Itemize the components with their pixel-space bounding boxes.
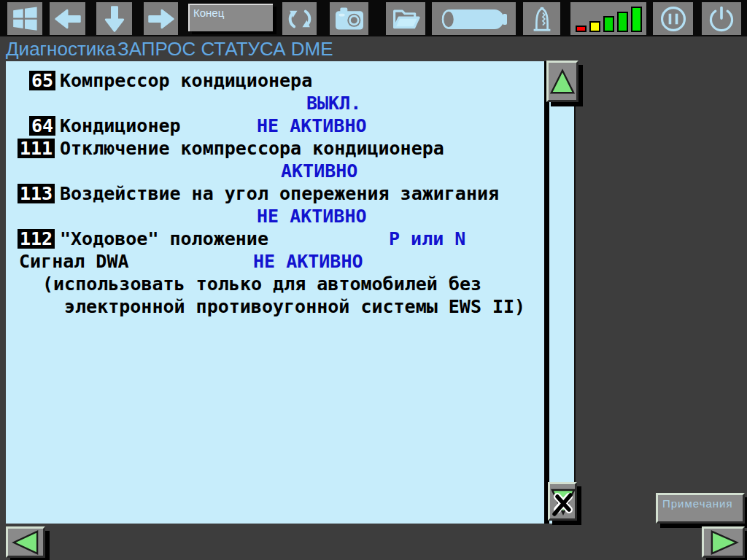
status-label: Отключение компрессора кондиционера <box>60 139 444 158</box>
status-line: 112"Ходовое" положениеР или N <box>6 229 544 249</box>
status-line: НЕ АКТИВНО <box>6 206 544 227</box>
page-back-button[interactable] <box>6 526 45 558</box>
arrow-left-icon <box>53 4 82 34</box>
fault-code-badge: 113 <box>18 184 55 203</box>
end-button[interactable]: Конец <box>188 4 273 31</box>
filter-button[interactable] <box>523 2 560 35</box>
triangle-left-icon <box>9 529 42 556</box>
status-value: НЕ АКТИВНО <box>257 116 367 136</box>
scrollbar-track[interactable] <box>549 61 576 524</box>
windows-logo-icon <box>11 5 39 33</box>
notes-button-label: Примечания <box>658 495 738 512</box>
folder-button[interactable] <box>386 2 425 35</box>
status-label: "Ходовое" положение <box>60 229 268 249</box>
back-button[interactable] <box>50 2 85 35</box>
start-button[interactable] <box>7 2 42 35</box>
status-label: Компрессор кондиционера <box>60 71 312 90</box>
cylinder-icon <box>436 4 512 34</box>
camera-icon <box>333 5 365 33</box>
down-button[interactable] <box>96 2 132 35</box>
status-value: Р или N <box>389 229 465 249</box>
close-x-icon <box>550 486 576 517</box>
panel-divider <box>544 61 549 524</box>
signal-bars-icon <box>576 6 642 32</box>
status-line: АКТИВНО <box>6 161 544 182</box>
fault-code-badge: 112 <box>18 229 55 249</box>
signal-bar <box>589 21 600 32</box>
status-value: НЕ АКТИВНО <box>253 252 363 271</box>
fault-code-badge: 111 <box>18 139 55 158</box>
status-label: Воздействие на угол опережения зажигания <box>60 184 499 203</box>
status-label: Сигнал DWA <box>19 252 129 271</box>
signal-quality-button[interactable] <box>570 2 646 35</box>
scroll-down-button[interactable] <box>548 482 577 521</box>
status-report-panel: 65Компрессор кондиционераВЫКЛ.64Кондицио… <box>6 61 544 524</box>
folder-open-icon <box>390 5 421 33</box>
power-icon <box>707 4 736 34</box>
status-label: (использовать только для автомобилей без <box>42 274 481 294</box>
page-forward-button[interactable] <box>702 526 745 558</box>
signal-bar <box>576 26 587 32</box>
status-label: Кондиционер <box>60 116 181 136</box>
arrow-right-icon <box>147 4 176 34</box>
triangle-right-icon <box>706 529 741 556</box>
triangle-up-icon <box>549 66 576 97</box>
toolbar: Конец <box>0 0 747 36</box>
status-line: 65Компрессор кондиционера <box>6 71 544 91</box>
status-line: (использовать только для автомобилей без <box>6 274 544 295</box>
refresh-icon <box>286 5 314 33</box>
status-line: 113Воздействие на угол опережения зажига… <box>6 184 544 204</box>
scroll-up-button[interactable] <box>546 61 578 102</box>
pause-icon <box>659 4 688 34</box>
end-button-label: Конец <box>193 7 224 19</box>
camera-button[interactable] <box>330 2 368 35</box>
signal-bar <box>617 12 628 32</box>
app-title: Диагностика <box>6 38 116 61</box>
status-value: АКТИВНО <box>281 161 357 181</box>
fault-code-badge: 65 <box>29 71 55 90</box>
status-value: НЕ АКТИВНО <box>257 206 367 226</box>
refresh-button[interactable] <box>282 2 317 35</box>
dome-filter-icon <box>528 4 556 34</box>
pause-button[interactable] <box>653 2 693 35</box>
status-label: электронной противоугонной системы EWS I… <box>64 297 525 316</box>
status-line: электронной противоугонной системы EWS I… <box>6 297 544 317</box>
screen: Конец <box>0 0 747 560</box>
status-line: 64КондиционерНЕ АКТИВНО <box>6 116 544 136</box>
cylinder-button[interactable] <box>432 2 516 35</box>
notes-button[interactable]: Примечания <box>656 493 745 524</box>
fault-code-badge: 64 <box>29 116 55 136</box>
status-line: ВЫКЛ. <box>6 93 544 114</box>
power-button[interactable] <box>702 2 741 35</box>
signal-bar <box>603 16 614 32</box>
signal-bar <box>631 7 642 32</box>
status-line: Сигнал DWAНЕ АКТИВНО <box>6 252 544 272</box>
header: Диагностика ЗАПРОС СТАТУСА DME <box>0 36 747 61</box>
arrow-down-icon <box>100 4 129 34</box>
page-title: ЗАПРОС СТАТУСА DME <box>117 38 333 61</box>
forward-button[interactable] <box>144 2 178 35</box>
status-line: 111Отключение компрессора кондиционера <box>6 139 544 159</box>
status-value: ВЫКЛ. <box>306 93 361 113</box>
